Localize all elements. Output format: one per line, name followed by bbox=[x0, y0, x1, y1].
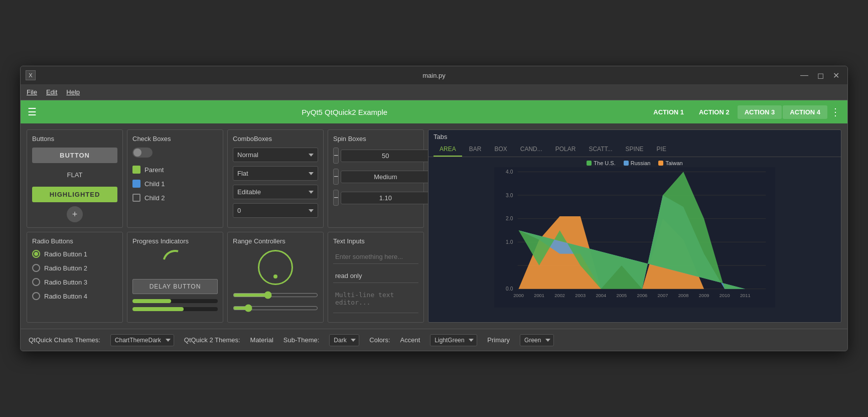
colors-label: Colors: bbox=[369, 336, 390, 344]
chart-area: 4.0 3.0 2.0 1.0 0.0 2000 2001 2002 2003 … bbox=[428, 167, 841, 322]
buttons-title: Buttons bbox=[32, 135, 117, 143]
radio3-item[interactable]: Radio Button 3 bbox=[32, 278, 117, 286]
radio1-circle bbox=[32, 250, 40, 258]
combo3[interactable]: Editable bbox=[233, 185, 318, 199]
qt2-theme-label: QtQuick 2 Themes: bbox=[184, 336, 240, 344]
app-toolbar: ☰ PyQt5 QtQuick2 Example ACTION 1 ACTION… bbox=[21, 100, 847, 123]
svg-text:2000: 2000 bbox=[513, 293, 524, 298]
range-slider1[interactable] bbox=[233, 291, 318, 299]
radio4-circle bbox=[32, 292, 40, 300]
svg-text:1.0: 1.0 bbox=[506, 239, 513, 245]
text-title: Text Inputs bbox=[333, 237, 418, 245]
app-title: PyQt5 QtQuick2 Example bbox=[43, 108, 646, 116]
accent-label: Accent bbox=[400, 336, 420, 344]
parent-checkbox-item: Parent bbox=[132, 166, 218, 174]
radio1-item[interactable]: Radio Button 1 bbox=[32, 250, 117, 258]
accent-select[interactable]: LightGreen bbox=[430, 334, 477, 346]
combo4[interactable]: 0 bbox=[233, 203, 318, 218]
tab-pie[interactable]: PIE bbox=[651, 143, 672, 157]
spinner-container bbox=[132, 250, 218, 275]
progress-bar1 bbox=[132, 299, 218, 303]
chart-tabs: AREA BAR BOX CAND... POLAR SCATT... SPIN… bbox=[428, 141, 841, 157]
title-bar: X main.py — ◻ ✕ bbox=[21, 66, 847, 84]
spinbox2-row: − + bbox=[333, 169, 418, 185]
spinboxes-title: Spin Boxes bbox=[333, 135, 418, 143]
toggle-switch[interactable] bbox=[132, 148, 153, 158]
dial-dot bbox=[273, 274, 277, 279]
tab-cand[interactable]: CAND... bbox=[514, 143, 548, 157]
text-multiline[interactable] bbox=[333, 288, 418, 313]
subtheme-select[interactable]: Dark bbox=[329, 334, 359, 346]
svg-text:0.0: 0.0 bbox=[506, 286, 513, 292]
tab-polar[interactable]: POLAR bbox=[549, 143, 582, 157]
spinbox1-value[interactable] bbox=[341, 150, 430, 162]
minimize-icon[interactable]: — bbox=[797, 70, 811, 81]
svg-text:2001: 2001 bbox=[534, 293, 544, 298]
legend-russian: Russian bbox=[624, 160, 651, 166]
flat-button[interactable]: FLAT bbox=[32, 167, 117, 183]
more-icon[interactable]: ⋮ bbox=[830, 106, 840, 118]
primary-select[interactable]: Green bbox=[520, 334, 554, 346]
hamburger-icon[interactable]: ☰ bbox=[28, 106, 37, 118]
combo1[interactable]: Normal bbox=[233, 148, 318, 162]
dial[interactable] bbox=[258, 250, 293, 285]
action3-button[interactable]: ACTION 3 bbox=[738, 105, 782, 119]
svg-text:2008: 2008 bbox=[678, 293, 689, 298]
legend-russian-dot bbox=[624, 161, 629, 166]
svg-text:3.0: 3.0 bbox=[506, 193, 513, 198]
range-slider2[interactable] bbox=[233, 304, 318, 312]
tab-bar[interactable]: BAR bbox=[463, 143, 488, 157]
spinbox2-value[interactable] bbox=[341, 171, 430, 183]
text-readonly bbox=[333, 269, 418, 283]
action2-button[interactable]: ACTION 2 bbox=[692, 105, 737, 119]
menu-file[interactable]: File bbox=[27, 88, 37, 96]
toolbar-actions: ACTION 1 ACTION 2 ACTION 3 ACTION 4 bbox=[646, 105, 827, 119]
charts-theme-label: QtQuick Charts Themes: bbox=[29, 336, 100, 344]
combo2[interactable]: Flat bbox=[233, 166, 318, 181]
child1-checkbox[interactable] bbox=[132, 180, 140, 188]
main-window: X main.py — ◻ ✕ File Edit Help ☰ PyQt5 Q… bbox=[20, 66, 848, 351]
radio-panel: Radio Buttons Radio Button 1 Radio Butto… bbox=[27, 232, 123, 323]
child2-checkbox-item: Child 2 bbox=[132, 194, 218, 202]
radio2-item[interactable]: Radio Button 2 bbox=[32, 264, 117, 272]
parent-label: Parent bbox=[144, 166, 164, 174]
plus-button[interactable]: + bbox=[67, 206, 83, 222]
tab-spine[interactable]: SPINE bbox=[620, 143, 650, 157]
delay-button[interactable]: DELAY BUTTON bbox=[132, 279, 218, 294]
legend-taiwan: Taiwan bbox=[658, 160, 682, 166]
legend-taiwan-dot bbox=[658, 161, 663, 166]
window-controls: — ◻ ✕ bbox=[797, 70, 842, 81]
tab-area[interactable]: AREA bbox=[433, 143, 462, 157]
comboboxes-panel: ComboBoxes Normal Flat Editable 0 bbox=[227, 129, 324, 228]
tab-box[interactable]: BOX bbox=[488, 143, 513, 157]
menu-help[interactable]: Help bbox=[66, 88, 80, 96]
radio2-circle bbox=[32, 264, 40, 272]
radio4-item[interactable]: Radio Button 4 bbox=[32, 292, 117, 300]
highlighted-button[interactable]: HIGHLIGHTED bbox=[32, 187, 117, 202]
child2-checkbox[interactable] bbox=[132, 194, 140, 202]
radio2-label: Radio Button 2 bbox=[44, 264, 87, 272]
menu-edit[interactable]: Edit bbox=[46, 88, 57, 96]
maximize-icon[interactable]: ◻ bbox=[814, 70, 827, 81]
action4-button[interactable]: ACTION 4 bbox=[783, 105, 827, 119]
svg-text:2005: 2005 bbox=[616, 293, 627, 298]
close-icon[interactable]: ✕ bbox=[830, 70, 842, 81]
text-input1[interactable] bbox=[333, 250, 418, 264]
progress-spinner bbox=[158, 245, 192, 280]
spinbox3-minus[interactable]: − bbox=[333, 190, 339, 206]
tab-scatt[interactable]: SCATT... bbox=[583, 143, 618, 157]
primary-button[interactable]: BUTTON bbox=[32, 148, 117, 163]
progress-panel: Progress Indicators DELAY BUTTON bbox=[127, 232, 223, 323]
menu-bar: File Edit Help bbox=[21, 84, 847, 100]
radio1-dot bbox=[34, 252, 38, 256]
spinbox3-row: − + bbox=[333, 190, 418, 206]
child2-label: Child 2 bbox=[144, 194, 165, 202]
action1-button[interactable]: ACTION 1 bbox=[646, 105, 691, 119]
svg-text:2011: 2011 bbox=[740, 293, 751, 298]
spinbox3-value[interactable] bbox=[341, 192, 430, 204]
checkboxes-panel: Check Boxes Parent Child 1 Child 2 bbox=[127, 129, 223, 228]
parent-checkbox[interactable] bbox=[132, 166, 140, 174]
spinbox2-minus[interactable]: − bbox=[333, 169, 339, 185]
charts-theme-select[interactable]: ChartThemeDark bbox=[110, 334, 174, 346]
spinbox1-minus[interactable]: − bbox=[333, 148, 339, 164]
